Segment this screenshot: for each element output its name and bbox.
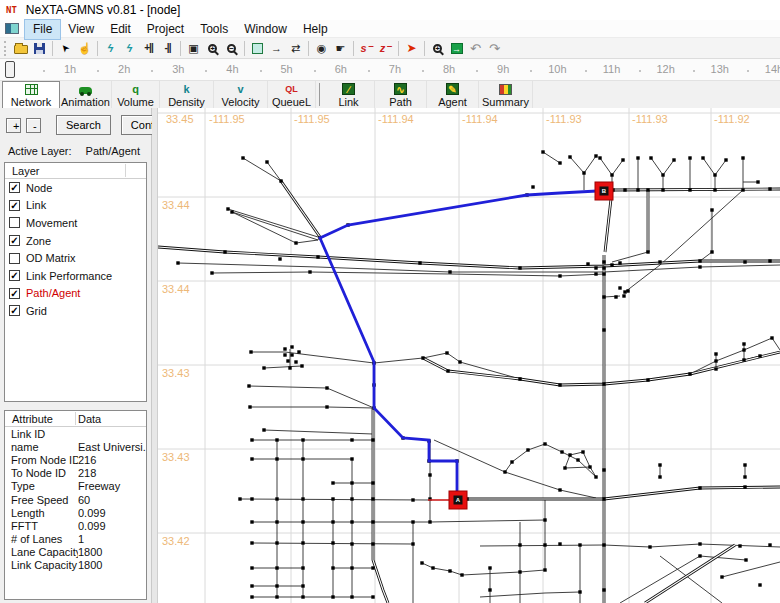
attribute-row: # of Lanes1 — [5, 533, 146, 546]
time-tick-dot — [314, 70, 316, 72]
volume-tab-icon: q — [132, 83, 139, 96]
attribute-row: TypeFreeway — [5, 480, 146, 493]
active-layer-row: Active Layer: Path/Agent — [8, 145, 151, 157]
tab-queuel[interactable]: QLQueueL — [268, 81, 316, 108]
layer-checkbox[interactable]: ✓ — [9, 235, 20, 246]
origin-marker[interactable]: A — [449, 491, 467, 509]
menu-window[interactable]: Window — [236, 20, 295, 39]
zoom-out-button[interactable]: − — [223, 39, 240, 57]
search-button[interactable]: Search — [56, 115, 111, 135]
menu-project[interactable]: Project — [139, 20, 192, 39]
tab-density[interactable]: kDensity — [160, 81, 214, 108]
attribute-value: 216 — [78, 454, 146, 466]
major-roads-layer — [158, 181, 780, 603]
time-tick-dot — [747, 70, 749, 72]
layer-checkbox[interactable]: ✓ — [9, 270, 20, 281]
layer-checkbox[interactable]: ✓ — [9, 200, 20, 211]
summary-tab-icon — [499, 83, 512, 96]
svg-text:33.44: 33.44 — [162, 199, 190, 211]
layer-item-link[interactable]: ✓Link — [5, 197, 146, 215]
layer-item-grid[interactable]: ✓Grid — [5, 302, 146, 320]
document-icon[interactable] — [5, 23, 19, 34]
layer-checkbox[interactable]: ✓ — [9, 288, 20, 299]
hand-edit-button[interactable]: ☛ — [332, 39, 349, 57]
zoom-out-small-button[interactable]: - — [26, 118, 41, 133]
go-button[interactable]: → — [448, 39, 465, 57]
attribute-name: Lane Capacity — [5, 546, 78, 558]
menu-view[interactable]: View — [60, 20, 102, 39]
tab-velocity[interactable]: vVelocity — [214, 81, 268, 108]
window-title: NeXTA-GMNS v0.81 - [node] — [26, 3, 181, 17]
layer-item-zone[interactable]: ✓Zone — [5, 232, 146, 250]
select-cursor-button[interactable]: ➤ — [57, 39, 74, 57]
sink-z-button[interactable]: z⁻ — [377, 39, 394, 57]
select-area-button[interactable] — [249, 39, 266, 57]
attribute-name: Length — [5, 507, 78, 519]
tab-link[interactable]: ∕Link — [323, 81, 375, 108]
observation-button[interactable]: ◉ — [313, 39, 330, 57]
two-way-arrows-icon: ⇄ — [291, 43, 300, 54]
tab-volume[interactable]: qVolume — [112, 81, 160, 108]
menu-edit[interactable]: Edit — [102, 20, 139, 39]
toolbar-grip[interactable] — [4, 41, 7, 56]
zoom-extent-button[interactable]: ▣ — [185, 39, 202, 57]
redo-button[interactable]: ↷ — [486, 39, 503, 57]
remove-lane-button[interactable]: -|| — [159, 39, 176, 57]
create-link-button[interactable]: ϟ — [102, 39, 119, 57]
layer-list-header: Layer — [5, 163, 146, 179]
tab-agent[interactable]: ✎Agent — [427, 81, 479, 108]
layer-item-link-performance[interactable]: ✓Link Performance — [5, 267, 146, 285]
zoom-in-small-button[interactable]: + — [6, 118, 21, 133]
layer-checkbox[interactable] — [9, 253, 20, 264]
two-way-arrows-button[interactable]: ⇄ — [287, 39, 304, 57]
menu-tools[interactable]: Tools — [192, 20, 236, 39]
zoom-in-button[interactable]: + — [204, 39, 221, 57]
svg-text:-111.95: -111.95 — [294, 113, 330, 125]
source-s-icon: s⁻ — [361, 43, 373, 54]
layer-item-node[interactable]: ✓Node — [5, 179, 146, 197]
add-lane-button[interactable]: +|| — [140, 39, 157, 57]
save-button[interactable] — [31, 39, 48, 57]
attribute-name: FFTT — [5, 520, 78, 532]
layer-checkbox[interactable] — [9, 217, 20, 228]
forward-arrow-button[interactable]: → — [268, 39, 285, 57]
tab-label: Path — [389, 96, 412, 108]
svg-text:-111.94: -111.94 — [462, 113, 498, 125]
tab-animation[interactable]: Animation — [60, 81, 112, 108]
menu-file[interactable]: File — [25, 20, 60, 39]
search-magnifier-button[interactable]: + — [429, 39, 446, 57]
time-tick-dot — [476, 70, 478, 72]
layer-checkbox[interactable]: ✓ — [9, 305, 20, 316]
source-s-button[interactable]: s⁻ — [358, 39, 375, 57]
panel-toolbar: + - Search Config — [6, 115, 151, 135]
open-file-button[interactable] — [12, 39, 29, 57]
attribute-value: East Universi... — [78, 441, 146, 453]
layer-item-movement[interactable]: Movement — [5, 214, 146, 232]
layer-item-path-agent[interactable]: ✓Path/Agent — [5, 285, 146, 303]
attribute-row: Length0.099 — [5, 506, 146, 519]
tab-summary[interactable]: Summary — [479, 81, 533, 108]
time-slider-thumb[interactable] — [5, 61, 15, 78]
destination-marker[interactable]: B — [595, 182, 613, 200]
run-simulation-button[interactable]: ➤ — [403, 39, 420, 57]
active-layer-label: Active Layer: — [8, 145, 72, 157]
layer-listbox: Layer ✓Node✓LinkMovement✓ZoneOD Matrix✓L… — [4, 162, 147, 402]
select-cursor-icon: ➤ — [59, 42, 72, 55]
attribute-name: Free Speed — [5, 494, 78, 506]
time-tick-14h: 14h — [765, 63, 780, 75]
time-tick-11h: 11h — [603, 63, 621, 75]
save-icon — [34, 43, 45, 54]
network-map-canvas[interactable]: 33.45-111.95-111.95-111.94-111.94-111.93… — [158, 108, 780, 603]
view-tab-bar: NetworkAnimationqVolumekDensityvVelocity… — [0, 81, 780, 109]
move-link-button[interactable]: ϟ — [121, 39, 138, 57]
layer-label: Link — [26, 199, 46, 211]
pan-hand-button[interactable]: ☝ — [76, 39, 93, 57]
time-tick-3h: 3h — [172, 63, 184, 75]
layer-item-od-matrix[interactable]: OD Matrix — [5, 249, 146, 267]
tab-network[interactable]: Network — [2, 81, 60, 109]
tab-path[interactable]: ∿Path — [375, 81, 427, 108]
undo-button[interactable]: ↶ — [467, 39, 484, 57]
time-ruler: 1h2h3h4h5h6h7h8h9h10h11h12h13h14h — [0, 59, 780, 81]
menu-help[interactable]: Help — [295, 20, 336, 39]
layer-checkbox[interactable]: ✓ — [9, 182, 20, 193]
